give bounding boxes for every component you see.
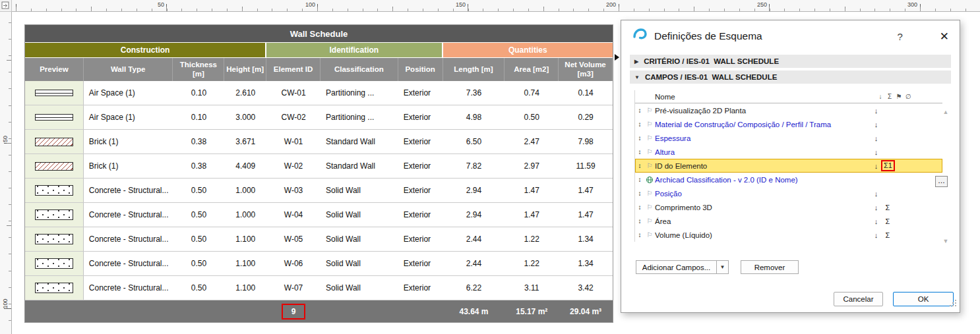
area-cell[interactable]: 0.50 [505,105,559,129]
reorder-handle-icon[interactable]: ↕ [635,217,644,225]
area-cell[interactable]: 1.47 [505,203,559,227]
reorder-handle-icon[interactable]: ↕ [635,190,644,197]
position-cell[interactable]: Exterior [398,154,443,178]
position-cell[interactable]: Exterior [398,179,443,202]
wall-preview[interactable] [25,81,84,105]
reorder-handle-icon[interactable]: ↕ [635,162,644,169]
thickness-cell[interactable]: 0.50 [173,227,225,251]
section-fields[interactable]: ▼ CAMPOS / IES-01 WALL SCHEDULE [630,70,951,84]
sort-down-icon[interactable]: ↓ [871,217,881,225]
table-row[interactable]: Concrete - Structural... 0.50 1.100 W-07… [25,276,613,300]
section-criteria[interactable]: ▶ CRITÉRIO / IES-01 WALL SCHEDULE [630,55,951,68]
net-volume-cell[interactable]: 7.98 [559,130,613,153]
reorder-handle-icon[interactable]: ↕ [635,231,644,238]
wall-preview[interactable] [25,179,84,202]
column-header-length[interactable]: Length [m] [443,58,505,81]
element-id-cell[interactable]: CW-01 [266,81,321,105]
add-fields-dropdown-icon[interactable]: ▼ [716,260,729,274]
table-row[interactable]: Concrete - Structural... 0.50 1.000 W-04… [25,203,613,227]
field-label[interactable]: Pré-visualização 2D Planta [655,107,871,115]
pane-handle-icon[interactable] [615,54,619,61]
field-row[interactable]: ↕ ⚐ Posição ↓ [635,186,942,200]
wall-type-cell[interactable]: Brick (1) [84,154,173,178]
thickness-cell[interactable]: 0.10 [173,81,225,105]
length-cell[interactable]: 6.22 [443,276,505,300]
dialog-titlebar[interactable]: Definições de Esquema ? ✕ [621,20,960,52]
height-cell[interactable]: 3.671 [224,130,266,153]
area-cell[interactable]: 2.97 [505,154,559,178]
options-ellipsis-button[interactable]: … [935,176,948,187]
table-row[interactable]: Brick (1) 0.38 4.409 W-02 Standard Wall … [25,154,613,179]
field-row[interactable]: ↕ ⚐ Espessura ↓ [635,131,942,145]
column-header-element-id[interactable]: Element ID [266,58,321,81]
table-row[interactable]: Air Space (1) 0.10 2.610 CW-01 Partition… [25,81,613,105]
wall-type-cell[interactable]: Concrete - Structural... [84,276,173,300]
wall-preview[interactable] [25,252,84,275]
field-row[interactable]: ↕ ⚐ Altura ↓ [635,145,942,159]
area-cell[interactable]: 3.11 [505,276,559,300]
field-label[interactable]: Área [655,217,871,225]
reorder-handle-icon[interactable]: ↕ [635,176,644,183]
thickness-cell[interactable]: 0.38 [173,130,225,153]
column-header-thickness[interactable]: Thickness [m] [173,58,224,81]
element-id-cell[interactable]: W-01 [266,130,321,153]
element-id-cell[interactable]: W-07 [266,276,321,300]
classification-cell[interactable]: Standard Wall [321,130,398,153]
field-label[interactable]: Comprimento 3D [655,204,871,211]
height-cell[interactable]: 3.000 [224,105,266,129]
table-row[interactable]: Concrete - Structural... 0.50 1.100 W-05… [25,227,613,252]
net-volume-cell[interactable]: 0.29 [559,105,613,129]
field-label[interactable]: Material de Construção/ Composição / Per… [655,121,871,128]
wall-preview[interactable] [25,130,84,153]
field-row[interactable]: ↕ ⚐ Pré-visualização 2D Planta ↓ [635,103,942,117]
field-label[interactable]: Archicad Classification - v 2.0 (ID e No… [655,176,871,184]
wall-type-cell[interactable]: Brick (1) [84,130,173,153]
element-id-cell[interactable]: W-02 [266,154,321,178]
sum-flag[interactable]: Σ1 [884,161,892,169]
resize-grip[interactable] [949,298,958,310]
classification-cell[interactable]: Partitioning ... [321,81,398,105]
help-icon[interactable]: ? [897,31,902,42]
reorder-handle-icon[interactable]: ↕ [635,134,644,142]
sort-down-icon[interactable]: ↓ [871,190,881,198]
remove-button[interactable]: Remover [741,260,799,274]
height-cell[interactable]: 1.000 [224,179,266,202]
thickness-cell[interactable]: 0.50 [173,276,225,300]
reorder-handle-icon[interactable]: ↕ [635,148,644,155]
net-volume-cell[interactable]: 1.47 [559,203,613,227]
net-volume-cell[interactable]: 11.59 [559,154,613,178]
scroll-up-icon[interactable]: ▲ [941,107,950,117]
wall-type-cell[interactable]: Air Space (1) [84,81,173,105]
field-label[interactable]: Volume (Líquido) [655,231,871,239]
field-row[interactable]: ↕ ⚐ Área ↓ Σ [635,214,942,228]
sort-down-icon[interactable]: ↓ [871,134,881,142]
sort-down-icon[interactable]: ↓ [871,121,881,128]
close-icon[interactable]: ✕ [940,30,949,43]
sort-down-icon[interactable]: ↓ [871,148,881,156]
classification-cell[interactable]: Standard Wall [321,154,398,178]
field-label[interactable]: ID do Elemento [655,162,871,170]
position-cell[interactable]: Exterior [398,130,443,153]
field-label[interactable]: Altura [655,148,871,156]
classification-cell[interactable]: Solid Wall [321,276,398,300]
sort-down-icon[interactable]: ↓ [871,204,881,211]
reorder-handle-icon[interactable]: ↕ [635,107,644,114]
field-row[interactable]: ↕ ⚐ Comprimento 3D ↓ Σ [635,200,942,214]
column-header-height[interactable]: Height [m] [224,58,266,81]
sum-flag[interactable]: Σ [881,204,894,211]
thickness-cell[interactable]: 0.50 [173,203,225,227]
length-cell[interactable]: 4.98 [443,105,505,129]
reorder-handle-icon[interactable]: ↕ [635,121,644,128]
net-volume-cell[interactable]: 1.34 [559,252,613,275]
height-cell[interactable]: 2.610 [224,81,266,105]
field-label[interactable]: Posição [655,190,871,198]
table-row[interactable]: Air Space (1) 0.10 3.000 CW-02 Partition… [25,105,613,130]
net-volume-cell[interactable]: 1.47 [559,179,613,202]
length-cell[interactable]: 7.82 [443,154,505,178]
field-row-selected[interactable]: ↕ ⚐ ID do Elemento ↓ Σ1 [635,159,942,173]
sort-down-icon[interactable]: ↓ [871,231,881,239]
area-cell[interactable]: 2.47 [505,130,559,153]
thickness-cell[interactable]: 0.38 [173,154,225,178]
classification-cell[interactable]: Solid Wall [321,203,398,227]
thickness-cell[interactable]: 0.50 [173,252,225,275]
